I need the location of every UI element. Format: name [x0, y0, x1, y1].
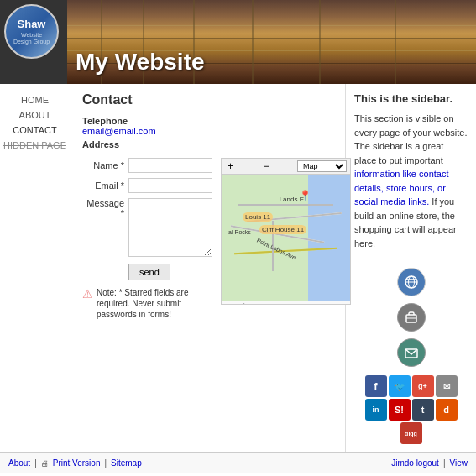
- digg-button[interactable]: digg: [400, 422, 422, 444]
- footer-sitemap-link[interactable]: Sitemap: [111, 458, 142, 468]
- googleplus-button[interactable]: g+: [412, 375, 434, 397]
- map-container: + − Map Satellite: [221, 158, 351, 305]
- header: Shaw WebsiteDesign Group My Website: [0, 0, 476, 84]
- map-label-louis: Louis 11: [243, 212, 273, 222]
- footer-sep-2: |: [104, 458, 107, 468]
- sidebar-icons: [354, 268, 468, 367]
- message-label: Message *: [82, 198, 128, 218]
- content-area: Contact Telephone email@email.com Addres…: [70, 84, 346, 452]
- footer-about-link[interactable]: About: [8, 458, 30, 468]
- phone-label: Telephone: [82, 116, 332, 126]
- footer-sep-1: |: [34, 458, 37, 468]
- footer-sep-3: |: [443, 458, 446, 468]
- logo-sub: WebsiteDesign Group: [13, 32, 50, 44]
- map-body: Lands E Louis 11 al Rocks Cliff House 11…: [222, 175, 350, 301]
- linkedin-button[interactable]: in: [365, 399, 387, 421]
- map-pin: 📍: [299, 190, 311, 201]
- google-logo: Google: [224, 302, 248, 305]
- envelope-icon-btn[interactable]: [397, 338, 426, 367]
- map-type-select[interactable]: Map Satellite: [297, 160, 347, 172]
- email-group: Email *: [82, 178, 212, 193]
- map-terms: Terms of Use.: [306, 303, 348, 306]
- nav-hidden[interactable]: HIDDEN PAGE: [0, 138, 70, 153]
- footer-left: About | 🖨 Print Version | Sitemap: [8, 458, 142, 468]
- note-text: Note: * Starred fields are required. Nev…: [97, 287, 212, 320]
- left-nav: HOME ABOUT CONTACT HIDDEN PAGE: [0, 84, 70, 452]
- name-label: Name *: [82, 160, 128, 170]
- delicious-button[interactable]: d: [436, 399, 458, 421]
- map-label-rocks: al Rocks: [228, 229, 251, 235]
- map-footer: Google Map Data Terms of Use.: [222, 301, 350, 305]
- contact-form-side: Name * Email * Message * send ⚠ Note: * …: [82, 158, 212, 320]
- email-form-label: Email *: [82, 180, 128, 191]
- name-group: Name *: [82, 158, 212, 173]
- email-input[interactable]: [128, 178, 212, 193]
- globe-icon-btn[interactable]: [397, 268, 426, 296]
- warning-icon: ⚠: [82, 287, 93, 301]
- map-zoom-minus[interactable]: −: [261, 160, 272, 172]
- message-input[interactable]: [128, 198, 212, 257]
- briefcase-icon-btn[interactable]: [397, 303, 426, 332]
- contact-layout: Name * Email * Message * send ⚠ Note: * …: [82, 158, 332, 320]
- tumblr-button[interactable]: t: [412, 399, 434, 421]
- nav-home[interactable]: HOME: [0, 92, 70, 107]
- note-box: ⚠ Note: * Starred fields are required. N…: [82, 287, 212, 320]
- stumbleupon-button[interactable]: S!: [389, 399, 411, 421]
- footer-logout-link[interactable]: Jimdo logout: [391, 458, 439, 468]
- map-label-cliff: Cliff House 11: [259, 225, 306, 234]
- footer-right: Jimdo logout | View: [391, 458, 468, 468]
- footer-view-link[interactable]: View: [450, 458, 468, 468]
- address-label: Address: [82, 139, 332, 149]
- social-grid: f 🐦 g+ ✉ in S! t d digg: [354, 375, 468, 444]
- site-title: My Website: [76, 49, 205, 76]
- logo-text: Shaw: [18, 18, 46, 30]
- email-social-button[interactable]: ✉: [436, 375, 458, 397]
- site-logo[interactable]: Shaw WebsiteDesign Group: [4, 4, 59, 59]
- nav-about[interactable]: ABOUT: [0, 107, 70, 123]
- sidebar-divider: [354, 259, 468, 259]
- main-container: HOME ABOUT CONTACT HIDDEN PAGE Contact T…: [0, 84, 476, 452]
- nav-contact[interactable]: CONTACT: [0, 123, 70, 138]
- email-value: email@email.com: [82, 126, 332, 136]
- send-button[interactable]: send: [128, 264, 170, 280]
- twitter-button[interactable]: 🐦: [389, 375, 411, 397]
- map-data-label: Map Data: [263, 303, 292, 306]
- sidebar-text: This section is visible on every page of…: [354, 112, 468, 250]
- page-heading: Contact: [82, 92, 332, 107]
- footer-print-link[interactable]: Print Version: [53, 458, 101, 468]
- message-group: Message *: [82, 198, 212, 257]
- sidebar: This is the sidebar. This section is vis…: [346, 84, 476, 452]
- map-zoom-plus[interactable]: +: [225, 160, 236, 172]
- sidebar-title: This is the sidebar.: [354, 92, 468, 105]
- print-icon: 🖨: [41, 459, 49, 468]
- map-header: + − Map Satellite: [222, 159, 350, 175]
- name-input[interactable]: [128, 158, 212, 173]
- facebook-button[interactable]: f: [365, 375, 387, 397]
- footer: About | 🖨 Print Version | Sitemap Jimdo …: [0, 452, 476, 473]
- map-side: + − Map Satellite: [221, 158, 351, 320]
